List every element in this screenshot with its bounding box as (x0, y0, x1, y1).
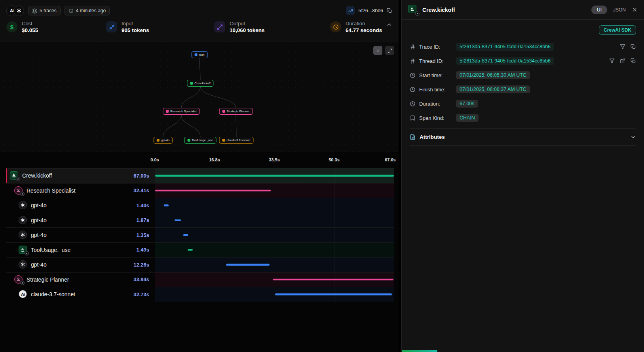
tab-json[interactable]: JSON (613, 7, 626, 13)
metrics-chart-icon[interactable] (346, 6, 355, 15)
external-link-icon[interactable] (620, 58, 625, 64)
gridline (215, 213, 215, 228)
crew-icon (408, 5, 418, 15)
details-header: Crew.kickoff UI JSON (402, 0, 644, 20)
graph-node-crew[interactable]: Crew.kickoff (187, 80, 213, 87)
waterfall-row[interactable]: Crew.kickoff67.00s (6, 168, 394, 184)
row-track (155, 168, 394, 183)
detail-value: 5f2613da-8371-9405-fcdd-0a1534cc8bb6 (456, 43, 554, 51)
detail-value: 07/01/2025, 06:06:37 AM UTC (456, 85, 530, 93)
detail-row: Trace ID:5f2613da-8371-9405-fcdd-0a1534c… (410, 40, 636, 54)
agentops-badge-icon (415, 11, 420, 16)
stat-duration: Duration64.77 seconds (330, 21, 382, 33)
gridline (394, 213, 394, 228)
topbar-right: 5f26...8bb6 (346, 6, 392, 15)
copy-icon[interactable] (387, 8, 392, 13)
node-label: Run (199, 53, 205, 57)
graph-node-research[interactable]: Research Specialist (163, 108, 199, 115)
row-track (155, 287, 394, 302)
gridline (215, 243, 215, 257)
output-icon (214, 21, 225, 32)
span-name: Research Specialist (27, 187, 76, 194)
clock-icon (330, 21, 341, 32)
duration-bar[interactable] (155, 190, 271, 192)
traces-count-badge[interactable]: 5 traces (28, 6, 61, 15)
gridline (275, 243, 275, 257)
graph-node-gpt4o[interactable]: gpt-4o (154, 137, 173, 144)
openai-icon (19, 201, 27, 210)
trace-main: A\ 5 traces 4 minutes ago 5f26...8bb6 (0, 0, 399, 352)
close-graph-button[interactable] (373, 46, 382, 55)
waterfall-row[interactable]: ToolUsage._use1.49s (6, 243, 394, 258)
stat-text: Cost$0.055 (22, 21, 38, 33)
waterfall-row[interactable]: Strategic Planner33.94s (6, 273, 394, 288)
stat-output: Output10,060 tokens (214, 21, 330, 33)
span-name: Crew.kickoff (22, 172, 52, 179)
detail-value: 07/01/2025, 06:05:30 AM UTC (456, 71, 530, 79)
span-duration: 1.35s (136, 232, 155, 238)
anthropic-icon: A\ (19, 290, 27, 299)
details-actions: UI JSON (591, 6, 638, 14)
waterfall-row[interactable]: Research Specialist32.41s (6, 184, 394, 199)
node-color-icon (190, 82, 193, 85)
graph-node-tool[interactable]: ToolUsage._use (184, 137, 217, 144)
stats-row: $Cost$0.055Input905 tokensOutput10,060 t… (0, 19, 399, 41)
sdk-badge: CrewAI SDK (599, 25, 636, 35)
graph-node-run[interactable]: Run (192, 51, 208, 58)
traces-count-label: 5 traces (40, 8, 57, 13)
graph-edge (236, 115, 236, 137)
waterfall-row[interactable]: gpt-4o12.26s (6, 257, 394, 273)
openai-logo-icon (13, 6, 24, 16)
row-track (155, 273, 394, 287)
waterfall-row[interactable]: gpt-4o1.35s (6, 228, 394, 243)
scrollbar-thumb[interactable] (402, 350, 437, 352)
waterfall-row[interactable]: gpt-4o1.87s (6, 213, 394, 228)
span-name: gpt-4o (31, 217, 47, 223)
detail-rows: Trace ID:5f2613da-8371-9405-fcdd-0a1534c… (410, 40, 636, 125)
row-label-cell: A\claude-3.7-sonnet32.73s (6, 287, 155, 302)
gridline (334, 257, 334, 272)
chevron-up-icon[interactable] (386, 21, 392, 28)
clock-icon (68, 8, 74, 13)
graph-edge (163, 115, 181, 137)
expand-graph-button[interactable] (385, 46, 394, 55)
duration-bar[interactable] (175, 220, 181, 221)
trace-topbar: A\ 5 traces 4 minutes ago 5f26...8bb6 (0, 0, 399, 19)
graph-node-strategic[interactable]: Strategic Planner (219, 108, 253, 115)
row-track (155, 257, 394, 272)
node-label: ToolUsage._use (192, 138, 213, 142)
span-name: claude-3.7-sonnet (31, 291, 75, 297)
chevron-down-icon (630, 134, 636, 140)
row-track (155, 213, 394, 228)
stat-value: $0.055 (22, 27, 38, 33)
duration-bar[interactable] (273, 279, 393, 281)
graph-node-claude[interactable]: claude-3.7-sonnet (219, 137, 253, 144)
gridline (334, 184, 334, 198)
panel-title: Crew.kickoff (422, 7, 455, 13)
attributes-section[interactable]: Attributes (410, 128, 636, 146)
duration-bar[interactable] (164, 204, 169, 206)
tab-ui[interactable]: UI (591, 6, 607, 14)
filter-icon[interactable] (620, 44, 625, 49)
span-duration: 67.00s (133, 173, 155, 179)
duration-bar[interactable] (183, 234, 188, 236)
input-icon (106, 21, 117, 32)
copy-icon[interactable] (631, 58, 636, 64)
stat-label: Cost (22, 21, 38, 26)
duration-bar[interactable] (275, 293, 392, 295)
crew-icon (10, 171, 19, 180)
axis-tick-label: 50.3s (329, 157, 340, 162)
filter-icon[interactable] (609, 58, 615, 64)
close-icon[interactable] (632, 7, 638, 13)
copy-icon[interactable] (631, 44, 636, 49)
graph-edges (0, 42, 399, 153)
span-name: gpt-4o (31, 261, 47, 268)
waterfall-row[interactable]: A\claude-3.7-sonnet32.73s (6, 287, 394, 302)
span-duration: 32.41s (133, 187, 155, 193)
span-name: gpt-4o (31, 232, 47, 238)
waterfall-row[interactable]: gpt-4o1.40s (6, 198, 394, 213)
gridline (215, 228, 215, 242)
duration-bar[interactable] (188, 249, 193, 251)
duration-bar[interactable] (226, 264, 270, 266)
duration-bar[interactable] (155, 175, 394, 177)
